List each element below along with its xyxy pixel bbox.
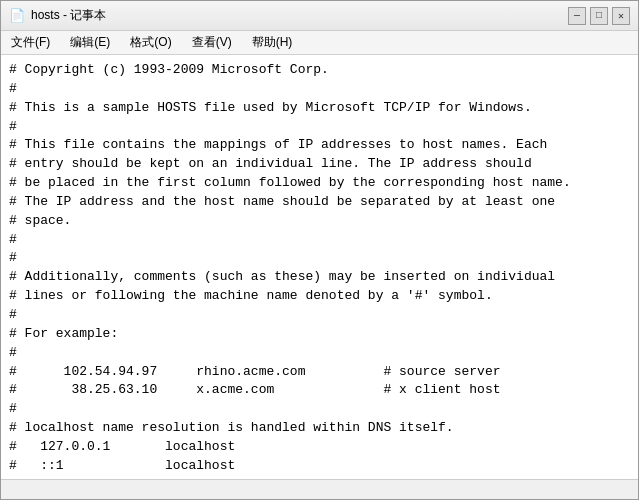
maximize-button[interactable]: □	[590, 7, 608, 25]
window-controls: — □ ✕	[568, 7, 630, 25]
editor-area[interactable]: # Copyright (c) 1993-2009 Microsoft Corp…	[1, 55, 638, 479]
menubar: 文件(F) 编辑(E) 格式(O) 查看(V) 帮助(H)	[1, 31, 638, 55]
statusbar	[1, 479, 638, 499]
window-title: hosts - 记事本	[31, 7, 106, 24]
titlebar-left: 📄 hosts - 记事本	[9, 7, 106, 24]
menu-format[interactable]: 格式(O)	[124, 32, 177, 53]
notepad-window: 📄 hosts - 记事本 — □ ✕ 文件(F) 编辑(E) 格式(O) 查看…	[0, 0, 639, 500]
app-icon: 📄	[9, 8, 25, 24]
menu-edit[interactable]: 编辑(E)	[64, 32, 116, 53]
minimize-button[interactable]: —	[568, 7, 586, 25]
menu-file[interactable]: 文件(F)	[5, 32, 56, 53]
close-button[interactable]: ✕	[612, 7, 630, 25]
menu-view[interactable]: 查看(V)	[186, 32, 238, 53]
menu-help[interactable]: 帮助(H)	[246, 32, 299, 53]
editor-content[interactable]: # Copyright (c) 1993-2009 Microsoft Corp…	[9, 61, 630, 479]
titlebar: 📄 hosts - 记事本 — □ ✕	[1, 1, 638, 31]
